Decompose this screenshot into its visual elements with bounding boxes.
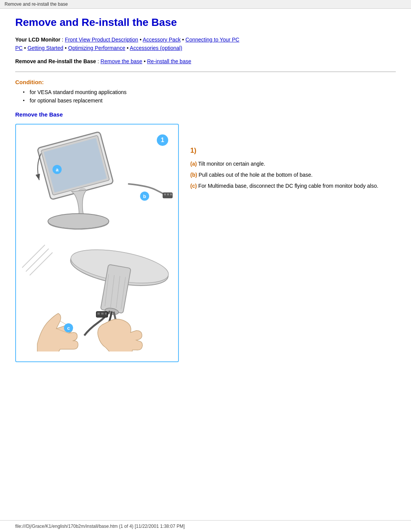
svg-rect-8	[170, 193, 172, 195]
svg-rect-6	[164, 193, 166, 195]
breadcrumb-link-accessory[interactable]: Accessory Pack	[143, 37, 181, 43]
sub-breadcrumb-prefix: Remove and Re-install the Base	[15, 58, 96, 64]
breadcrumb-link-front-view[interactable]: Front View Product Description	[65, 37, 138, 43]
step-a-text: (a) Tilt monitor on certain angle.	[190, 160, 396, 168]
badge-b: b	[140, 192, 149, 201]
condition-item-1: for VESA standard mounting applications	[23, 89, 396, 95]
badge-c: c	[64, 323, 73, 332]
svg-rect-24	[97, 313, 100, 315]
step-c-text: (c) For Multimedia base, disconnect the …	[190, 182, 396, 190]
breadcrumb-link-pc[interactable]: PC	[15, 45, 22, 51]
page-title: Remove and Re-install the Base	[15, 16, 396, 29]
breadcrumb-link-getting-started[interactable]: Getting Started	[27, 45, 63, 51]
step-badge-1: 1	[157, 134, 168, 146]
browser-tab: Remove and re-install the base	[0, 0, 411, 9]
breadcrumb-link-optimizing[interactable]: Optimizing Performance	[68, 45, 125, 51]
step-number: 1)	[190, 147, 396, 155]
footer-text: file:///D|/Grace/K1/english/170b2m/insta…	[15, 524, 185, 529]
svg-rect-7	[167, 193, 169, 195]
divider	[15, 72, 396, 72]
step-b-text: (b) Pull cables out of the hole at the b…	[190, 171, 396, 179]
hands-illustration-svg	[22, 237, 174, 351]
footer-bar: file:///D|/Grace/K1/english/170b2m/insta…	[0, 520, 411, 532]
condition-item-2: for optional bases replacement	[23, 97, 396, 104]
condition-title: Condition:	[15, 79, 396, 85]
condition-list: for VESA standard mounting applications …	[23, 89, 396, 104]
badge-a: a	[53, 165, 62, 174]
description-panel: 1) (a) Tilt monitor on certain angle. (b…	[190, 124, 396, 362]
breadcrumb-section: Your LCD Monitor : Front View Product De…	[15, 35, 396, 53]
image-panel: 1 a b	[15, 124, 179, 362]
sub-breadcrumb-link-reinstall[interactable]: Re-install the base	[147, 58, 191, 64]
svg-rect-25	[101, 313, 104, 315]
sub-breadcrumb-link-remove[interactable]: Remove the base	[100, 58, 142, 64]
monitor-illustration-svg	[22, 131, 174, 230]
main-content: 1 a b	[15, 124, 396, 362]
breadcrumb-prefix: Your LCD Monitor	[15, 37, 61, 43]
upper-illustration: 1 a b	[22, 131, 172, 230]
remove-base-section-title: Remove the Base	[15, 111, 396, 118]
sub-breadcrumb: Remove and Re-install the Base : Remove …	[15, 57, 396, 66]
lower-illustration: c	[22, 237, 172, 355]
breadcrumb-link-connecting[interactable]: Connecting to Your PC	[185, 37, 239, 43]
breadcrumb-link-accessories[interactable]: Accessories (optional)	[130, 45, 182, 51]
svg-rect-26	[105, 313, 107, 315]
